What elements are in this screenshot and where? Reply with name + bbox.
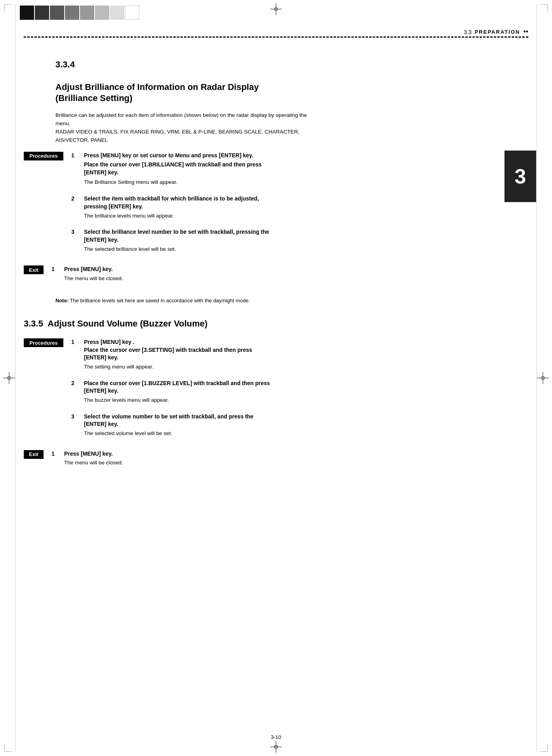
side-line-left <box>15 4 15 752</box>
step-334-3-result: The selected brilliance level will be se… <box>84 246 528 253</box>
step-334-1-main: Press [MENU] key or set cursor to Menu a… <box>84 152 528 160</box>
section-334-num: 3.3.4 <box>55 59 528 71</box>
step-335-3: 3 Select the volume number to be set wit… <box>71 413 528 441</box>
step-334-3-main: Select the brilliance level number to be… <box>84 228 528 244</box>
corner-mark-br <box>540 744 548 752</box>
step-334-1-sub: Place the cursor over [1.BRILLIANCE] wit… <box>84 161 528 176</box>
step-335-2-main: Place the cursor over [1.BUZZER LEVEL] w… <box>84 380 528 395</box>
exit-334-result: The menu will be closed. <box>64 275 528 283</box>
color-block-5 <box>80 6 94 20</box>
exit-step-334-1: 1 Press [MENU] key. The menu will be clo… <box>51 265 528 285</box>
intro-line3: RADAR VIDEO & TRAILS, FIX RANGE RING, VR… <box>55 129 299 135</box>
step-334-2: 2 Select the item with trackball for whi… <box>71 195 528 223</box>
step-335-1-main: Press [MENU] key . Place the cursor over… <box>84 338 528 362</box>
section-334-subtitle: (Brilliance Setting) <box>55 93 528 104</box>
corner-mark-tl <box>4 4 12 12</box>
step-335-2: 2 Place the cursor over [1.BUZZER LEVEL]… <box>71 380 528 407</box>
intro-line2: menu. <box>55 120 70 126</box>
procedures-steps-335: 1 Press [MENU] key . Place the cursor ov… <box>71 338 528 446</box>
exit-steps-334: 1 Press [MENU] key. The menu will be clo… <box>51 265 528 291</box>
step-334-1: 1 Press [MENU] key or set cursor to Menu… <box>71 152 528 190</box>
section-334-heading: 3.3.4 Adjust Brilliance of Information o… <box>24 48 528 104</box>
section-335-title: Adjust Sound Volume (Buzzer Volume) <box>48 319 207 328</box>
step-335-1-result: The setting menu will appear. <box>84 363 528 371</box>
exit-335-result: The menu will be closed. <box>64 459 528 467</box>
section-334-intro: Brilliance can be adjusted for each item… <box>55 111 528 145</box>
header-dashed-line <box>24 36 528 38</box>
exit-335-main: Press [MENU] key. <box>64 450 528 458</box>
step-334-2-main: Select the item with trackball for which… <box>84 195 528 210</box>
page-number: 3-10 <box>271 734 281 740</box>
color-block-7 <box>110 6 124 20</box>
section-334: 3.3.4 Adjust Brilliance of Information o… <box>24 48 528 304</box>
crosshair-bottom <box>270 741 282 753</box>
exit-label-334: Exit <box>24 265 44 274</box>
step-335-3-result: The selected volume level will be set. <box>84 430 528 437</box>
procedures-label-335: Procedures <box>24 338 63 347</box>
exit-block-334: Exit 1 Press [MENU] key. The menu will b… <box>24 265 528 291</box>
step-335-1: 1 Press [MENU] key . Place the cursor ov… <box>71 338 528 374</box>
page-footer: 3-10 <box>0 734 552 740</box>
crosshair-left <box>3 372 15 384</box>
procedures-block-334: Procedures 1 Press [MENU] key or set cur… <box>24 152 528 262</box>
header-title: PREPARATION <box>475 29 520 35</box>
note-label-334: Note: <box>55 298 69 304</box>
corner-mark-bl <box>4 744 12 752</box>
exit-334-main: Press [MENU] key. <box>64 265 528 273</box>
note-text-334: The brilliance levels set here are saved… <box>70 298 250 304</box>
page-header: 3.3 PREPARATION •• <box>464 28 528 36</box>
step-334-2-result: The brilliance levels menu will appear. <box>84 212 528 220</box>
color-block-8 <box>125 6 139 20</box>
procedures-steps-334: 1 Press [MENU] key or set cursor to Menu… <box>71 152 528 262</box>
procedures-label-334: Procedures <box>24 152 63 160</box>
color-block-4 <box>65 6 79 20</box>
crosshair-right <box>537 372 549 384</box>
main-content: 3.3.4 Adjust Brilliance of Information o… <box>24 44 528 732</box>
exit-steps-335: 1 Press [MENU] key. The menu will be clo… <box>51 450 528 475</box>
section-334-title: Adjust Brilliance of Information on Rada… <box>55 82 528 93</box>
step-335-3-main: Select the volume number to be set with … <box>84 413 528 428</box>
intro-line4: AIS/VECTOR, PANEL <box>55 137 108 143</box>
note-334: Note: The brilliance levels set here are… <box>55 297 528 305</box>
page: 3.3 PREPARATION •• 3 3.3.4 Adjust Brilli… <box>0 0 552 756</box>
top-color-blocks <box>20 6 139 20</box>
section-335-num: 3.3.5 <box>24 319 43 328</box>
procedures-block-335: Procedures 1 Press [MENU] key . Place th… <box>24 338 528 446</box>
header-section-num: 3.3 <box>464 29 471 35</box>
step-335-2-result: The buzzer levels menu will appear. <box>84 397 528 404</box>
color-block-2 <box>35 6 49 20</box>
intro-line1: Brilliance can be adjusted for each item… <box>55 112 307 118</box>
exit-step-335-1: 1 Press [MENU] key. The menu will be clo… <box>51 450 528 470</box>
exit-label-335: Exit <box>24 450 44 459</box>
corner-mark-tr <box>540 4 548 12</box>
header-dots: •• <box>523 28 528 36</box>
color-block-6 <box>95 6 109 20</box>
step-334-1-result: The Brilliance Setting menu will appear. <box>84 179 528 186</box>
color-block-1 <box>20 6 34 20</box>
step-334-3: 3 Select the brilliance level number to … <box>71 228 528 256</box>
section-335-heading: 3.3.5 Adjust Sound Volume (Buzzer Volume… <box>24 318 528 330</box>
crosshair-top <box>270 3 282 15</box>
color-block-3 <box>50 6 64 20</box>
exit-block-335: Exit 1 Press [MENU] key. The menu will b… <box>24 450 528 475</box>
section-335: 3.3.5 Adjust Sound Volume (Buzzer Volume… <box>24 318 528 475</box>
